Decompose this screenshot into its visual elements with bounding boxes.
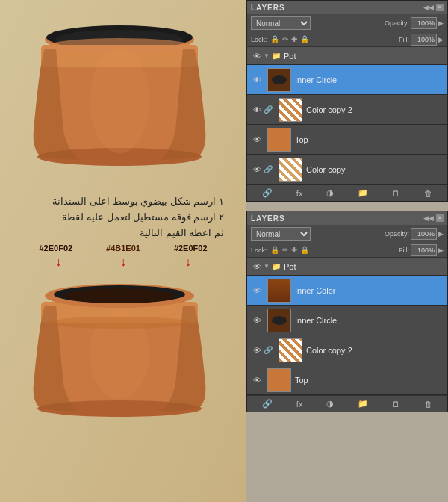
- color-codes-row: #2E0F02 #4B1E01 #2E0F02: [22, 244, 224, 252]
- color-code-2: #4B1E01: [106, 244, 140, 252]
- arrows-row: ↓ ↓ ↓: [26, 255, 220, 269]
- adjust-bottom-icon-bottom[interactable]: ◑: [326, 399, 334, 409]
- fx-bottom-icon-top[interactable]: fx: [296, 189, 303, 198]
- color-value-2: #4B1E01: [106, 244, 140, 252]
- triangle-pot[interactable]: ▼: [264, 52, 270, 59]
- thumb-inner-circle-inner: [272, 75, 287, 84]
- opacity-arrow-top[interactable]: ▶: [438, 19, 444, 27]
- eye-inner-circle[interactable]: 👁: [250, 73, 264, 87]
- bottom-panel-toolbar: Normal Opacity: ▶: [247, 225, 447, 243]
- lock-label-bottom: Lock:: [251, 247, 267, 254]
- opacity-input-top[interactable]: [411, 17, 437, 29]
- add-bottom-icon-top[interactable]: 🗒: [392, 189, 400, 198]
- instructions-text: ١ ارسم شكل بيضوي بوسط اعلى السندانة ٢ ار…: [15, 194, 231, 241]
- link-icon-copy2[interactable]: 🔗: [264, 105, 273, 114]
- right-panel: LAYERS ◀◀ ✕ Normal Opacity: ▶ Loc: [246, 0, 448, 502]
- top-layers-panel: LAYERS ◀◀ ✕ Normal Opacity: ▶ Loc: [246, 0, 448, 202]
- lock-icon-bottom[interactable]: 🔒: [270, 246, 279, 254]
- color-value-3: #2E0F02: [174, 244, 208, 252]
- bottom-panel-controls[interactable]: ◀◀ ✕: [423, 214, 444, 222]
- blend-mode-select-bottom[interactable]: Normal: [251, 227, 311, 241]
- top-layer-color-copy[interactable]: 👁 🔗 Color copy: [247, 155, 447, 185]
- top-layer-inner-circle[interactable]: 👁 Inner Circle: [247, 65, 447, 95]
- thumb-top-bg: [268, 128, 290, 151]
- thumb-top: [267, 128, 291, 152]
- fx-bottom-icon-bottom[interactable]: fx: [296, 400, 303, 409]
- move-icon-top[interactable]: ✚: [291, 35, 297, 43]
- eye-color-copy2-bottom[interactable]: 👁: [250, 344, 264, 357]
- bottom-panel-titlebar: LAYERS ◀◀ ✕: [247, 211, 447, 225]
- thumb-color-copy2-bottom: [279, 338, 302, 362]
- brush-icon-top[interactable]: ✏: [282, 35, 288, 43]
- opacity-input-bottom[interactable]: [411, 228, 437, 240]
- bottom-layer-inner-circle[interactable]: 👁 Inner Circle: [247, 306, 447, 335]
- opacity-label-top: Opacity:: [385, 19, 409, 27]
- folder-icon-pot: 📁: [272, 52, 281, 60]
- double-arrow-icon-bottom: ◀◀: [423, 214, 434, 222]
- trash-bottom-icon-top[interactable]: 🗑: [424, 189, 432, 198]
- link-icon-copy[interactable]: 🔗: [264, 165, 273, 173]
- eye-pot-group[interactable]: 👁: [250, 49, 264, 63]
- eye-pot-group-bottom[interactable]: 👁: [250, 260, 264, 273]
- add-bottom-icon-bottom[interactable]: 🗒: [392, 400, 400, 409]
- eye-top[interactable]: 👁: [250, 133, 264, 146]
- eye-color-copy2[interactable]: 👁: [250, 103, 264, 117]
- top-panel-titlebar: LAYERS ◀◀ ✕: [247, 1, 447, 14]
- trash-bottom-icon-bottom[interactable]: 🗑: [424, 400, 432, 409]
- lock-label-top: Lock:: [251, 36, 267, 43]
- lock2-icon-top[interactable]: 🔒: [300, 35, 309, 43]
- instruction-line2: ٢ ارسم فوقه مستطيل لتعمل عليه لقطة: [22, 210, 224, 226]
- inner-circle-label: Inner Circle: [295, 75, 444, 84]
- link-bottom-icon-top[interactable]: 🔗: [262, 188, 273, 198]
- lock-icon-top[interactable]: 🔒: [270, 35, 279, 43]
- fill-input-top[interactable]: [411, 34, 437, 46]
- link-icon-copy2-bottom[interactable]: 🔗: [264, 346, 273, 354]
- opacity-label-bottom: Opacity:: [385, 230, 409, 238]
- brush-icon-bottom[interactable]: ✏: [282, 246, 288, 254]
- svg-point-6: [90, 49, 149, 153]
- top-group-pot[interactable]: 👁 ▼ 📁 Pot: [247, 47, 447, 65]
- bottom-layers-list: 👁 ▼ 📁 Pot 👁 Inner Color 👁: [247, 258, 447, 395]
- top-layer-color-copy2[interactable]: 👁 🔗 Color copy 2: [247, 95, 447, 125]
- fill-control-top: Fill: ▶: [399, 34, 444, 46]
- top-panel-controls[interactable]: ◀◀ ✕: [423, 4, 444, 11]
- eye-color-copy[interactable]: 👁: [250, 163, 264, 176]
- fill-arrow-bottom[interactable]: ▶: [438, 247, 444, 254]
- inner-circle-label-bottom: Inner Circle: [295, 316, 444, 325]
- adjust-bottom-icon-top[interactable]: ◑: [326, 188, 334, 198]
- thumb-stripe-copy2-bottom: [279, 339, 302, 362]
- bottom-panel-close-btn[interactable]: ✕: [436, 214, 444, 222]
- fill-input-bottom[interactable]: [411, 244, 437, 256]
- link-bottom-icon-bottom[interactable]: 🔗: [262, 399, 273, 409]
- bottom-layer-inner-color[interactable]: 👁 Inner Color: [247, 276, 447, 306]
- panel-separator: [246, 205, 448, 211]
- top-panel-title: LAYERS: [251, 4, 285, 12]
- thumb-inner-circle: [267, 68, 291, 92]
- pot-top-container: [19, 11, 228, 190]
- top-layer-label-bottom: Top: [295, 376, 444, 385]
- panel-close-btn[interactable]: ✕: [436, 4, 444, 11]
- move-icon-bottom[interactable]: ✚: [291, 246, 297, 254]
- eye-inner-color[interactable]: 👁: [250, 284, 264, 297]
- triangle-pot-bottom[interactable]: ▼: [264, 263, 270, 270]
- eye-inner-circle-bottom[interactable]: 👁: [250, 314, 264, 327]
- bottom-panel-title: LAYERS: [251, 214, 285, 223]
- bottom-group-pot[interactable]: 👁 ▼ 📁 Pot: [247, 258, 447, 276]
- top-panel-lockbar: Lock: 🔒 ✏ ✚ 🔒 Fill: ▶: [247, 32, 447, 47]
- main-container: ١ ارسم شكل بيضوي بوسط اعلى السندانة ٢ ار…: [0, 0, 448, 502]
- top-layer-top[interactable]: 👁 Top: [247, 125, 447, 155]
- folder-bottom-icon-bottom[interactable]: 📁: [358, 399, 368, 409]
- bottom-layer-color-copy2[interactable]: 👁 🔗 Color copy 2: [247, 335, 447, 365]
- color-value-1: #2E0F02: [39, 244, 72, 252]
- bottom-layer-top[interactable]: 👁 Top: [247, 365, 447, 395]
- eye-top-bottom[interactable]: 👁: [250, 374, 264, 387]
- arrow-center: ↓: [120, 255, 126, 269]
- top-panel-toolbar: Normal Opacity: ▶: [247, 14, 447, 32]
- lock2-icon-bottom[interactable]: 🔒: [300, 246, 309, 254]
- blend-mode-select-top[interactable]: Normal: [251, 16, 311, 30]
- opacity-arrow-bottom[interactable]: ▶: [438, 230, 444, 238]
- svg-point-13: [49, 317, 190, 329]
- fill-arrow-top[interactable]: ▶: [438, 36, 444, 43]
- group-pot-label-bottom: Pot: [284, 262, 444, 271]
- folder-bottom-icon-top[interactable]: 📁: [358, 188, 368, 198]
